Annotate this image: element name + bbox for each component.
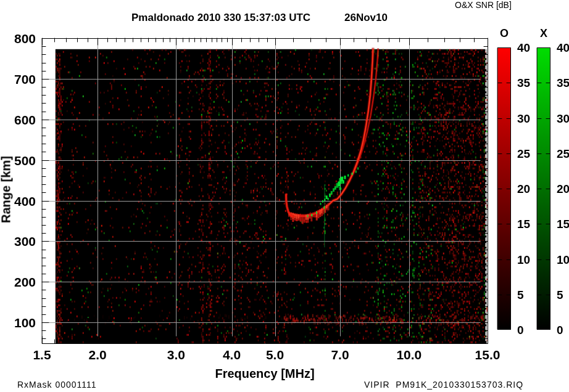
colorbar-x-tick-label: 5 [557,288,569,302]
colorbar-x-tick-label: 35 [557,76,569,90]
y-tick-label: 400 [0,194,36,209]
colorbar-x-tick-label: 20 [557,182,569,196]
colorbar-o-tick-label: 0 [517,324,543,337]
colorbar-o-tick-label: 5 [517,288,543,302]
x-tick-label: 7.0 [322,348,359,362]
x-tick-label: 10.0 [391,348,428,362]
x-tick-label: 3.0 [157,348,194,362]
colorbar-o-tick-label: 15 [517,218,543,231]
colorbar-x-tick-label: 15 [557,218,569,231]
plot-title: Pmaldonado 2010 330 15:37:03 UTC [131,12,310,24]
colorbar-o-tick-label: 40 [517,41,543,55]
y-tick-label: 500 [0,153,36,168]
colorbar-x-tick-label: 40 [557,41,569,55]
colorbar-x-label: X [537,27,550,40]
y-axis-title: Range [km] [0,134,14,245]
rxmask-text: RxMask 00001111 [17,380,97,390]
filename-text: VIPIR PM91K_2010330153703.RIQ [364,380,523,390]
colorbar-title: O&X SNR [dB] [455,0,512,10]
x-axis-title: Frequency [MHz] [203,367,326,381]
y-tick-label: 800 [0,31,36,46]
colorbar-o-tick-label: 30 [517,112,543,126]
x-tick-label: 4.0 [214,348,251,362]
x-tick-label: 1.5 [23,348,60,362]
x-tick-label: 5.0 [257,348,294,362]
colorbar-x-tick-label: 0 [557,324,569,337]
ionogram-figure: Pmaldonado 2010 330 15:37:03 UTC 26Nov10… [0,0,569,392]
y-tick-label: 300 [0,234,36,249]
colorbar-o-tick-label: 25 [517,147,543,161]
y-tick-label: 200 [0,275,36,290]
colorbar-o-tick-label: 35 [517,76,543,90]
colorbar-x-tick-label: 25 [557,147,569,161]
y-tick-label: 100 [0,316,36,330]
ionogram-plot-canvas [0,0,569,392]
x-tick-label: 15.0 [469,348,506,362]
plot-date: 26Nov10 [344,12,388,24]
colorbar-x-tick-label: 10 [557,253,569,267]
y-tick-label: 700 [0,72,36,87]
colorbar-x-tick-label: 30 [557,112,569,126]
colorbar-o-label: O [497,27,511,40]
y-tick-label: 600 [0,113,36,128]
colorbar-o-tick-label: 10 [517,253,543,267]
colorbar-o-tick-label: 20 [517,182,543,196]
x-tick-label: 2.0 [79,348,116,362]
